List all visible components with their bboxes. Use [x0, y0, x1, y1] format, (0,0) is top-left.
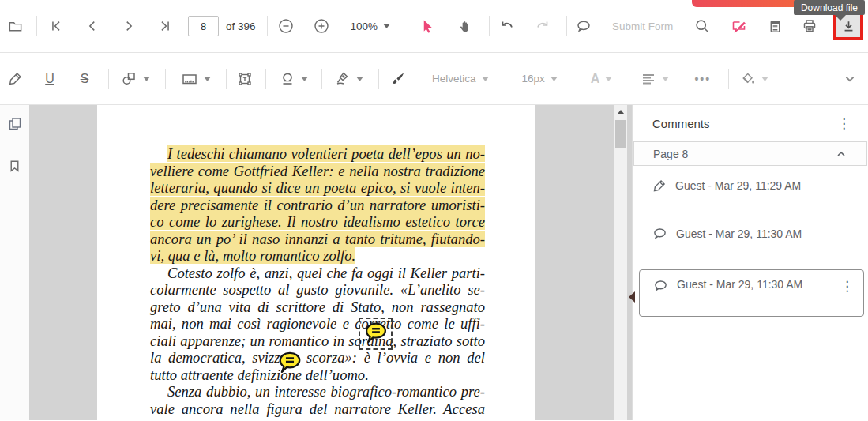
text-line: vale ancora nella figura del narratore K… [150, 400, 485, 418]
divider [226, 69, 227, 89]
collapse-panel-arrow-icon[interactable] [629, 291, 635, 303]
divider [265, 69, 266, 89]
page-text: I tedeschi chiamano volentieri poeta del… [97, 105, 535, 417]
fill-color-dropdown[interactable] [740, 71, 768, 87]
textbox-icon[interactable] [236, 70, 254, 88]
next-page-icon[interactable] [120, 17, 137, 35]
previous-page-icon[interactable] [84, 17, 101, 35]
zoom-out-icon[interactable] [277, 17, 295, 35]
document-scrollbar[interactable] [614, 105, 627, 420]
stamp-dropdown[interactable] [280, 71, 308, 87]
font-color-dropdown[interactable]: A [591, 72, 613, 86]
comments-title: Comments [652, 117, 710, 130]
align-icon [641, 72, 656, 86]
divider [419, 69, 419, 89]
divider [489, 16, 490, 36]
comment-bubble-icon [652, 226, 667, 241]
font-family-dropdown[interactable]: Helvetica [432, 73, 489, 85]
notes-icon[interactable] [766, 17, 783, 35]
text-line: I tedeschi chiamano volentieri poeta del… [150, 145, 485, 163]
zoom-in-icon[interactable] [313, 17, 330, 35]
comment-annotation[interactable] [276, 350, 304, 377]
page-section-label: Page 8 [653, 148, 688, 160]
fill-color-icon [740, 71, 756, 87]
more-options-icon[interactable]: ••• [694, 73, 711, 85]
download-icon [841, 19, 856, 34]
text-line: vi, qua e là, molto romantico zolfo. [150, 247, 485, 265]
search-icon[interactable] [693, 17, 711, 35]
page-total-label: of 396 [226, 21, 256, 32]
image-dropdown[interactable] [181, 71, 211, 87]
shapes-icon [121, 70, 137, 87]
note-bubble-icon [363, 321, 389, 347]
scroll-up-icon[interactable] [614, 105, 627, 118]
undo-icon[interactable] [498, 17, 516, 35]
divider [108, 69, 109, 89]
submit-form-button[interactable]: Submit Form [612, 21, 673, 32]
annotate-edit-icon[interactable] [730, 17, 747, 35]
highlighter-pen-icon[interactable] [6, 70, 24, 88]
comment-menu-icon[interactable]: ⋮ [837, 278, 857, 295]
download-tooltip: Download file [794, 0, 865, 15]
pdf-page[interactable]: I tedeschi chiamano volentieri poeta del… [97, 105, 535, 420]
page-section-header[interactable]: Page 8 [633, 141, 867, 166]
align-dropdown[interactable] [641, 72, 669, 86]
main-toolbar: of 396 100% Submit Form [0, 0, 868, 53]
collapse-toolbar-icon[interactable] [841, 70, 859, 88]
highlighter-icon [652, 179, 667, 193]
text-line: ciali apparenze; un romantico in sordina… [150, 333, 485, 350]
text-line: co come lo zurighese. Il nostro idealism… [150, 213, 485, 231]
print-icon[interactable] [801, 17, 818, 35]
font-size-dropdown[interactable]: 16px [522, 73, 558, 85]
text-line: Senza dubbio, un interesse biografico-ro… [150, 383, 485, 400]
comments-header: Comments ⋮ [633, 105, 868, 141]
shapes-dropdown[interactable] [121, 70, 150, 87]
text-line: letteraria, quando si dice un poeta epic… [150, 179, 485, 197]
redo-icon[interactable] [534, 17, 551, 35]
select-cursor-icon[interactable] [419, 17, 436, 35]
image-icon [181, 71, 198, 87]
comments-panel: Comments ⋮ Page 8 Guest - Mar 29, 11:29 … [632, 105, 868, 420]
text-line: la democratica, svizzera scorza»: è l’ov… [150, 349, 485, 366]
comment-bubble-icon [653, 278, 668, 293]
page-thumbnails-icon[interactable] [6, 115, 24, 133]
font-size-value: 16px [522, 73, 545, 85]
document-area: I tedeschi chiamano volentieri poeta del… [29, 105, 632, 420]
text-line: mai, non mai così ragionevole e corretto… [150, 315, 485, 333]
text-line: colarmente sospetto al gusto giovanile. … [150, 281, 485, 299]
signature-icon [334, 70, 351, 87]
first-page-icon[interactable] [47, 17, 65, 35]
divider [603, 16, 603, 36]
comment-item[interactable]: Guest - Mar 29, 11:29 AM [652, 179, 801, 193]
font-color-icon: A [591, 72, 600, 86]
strikethrough-icon[interactable]: S [76, 70, 93, 88]
signature-dropdown[interactable] [334, 70, 363, 87]
last-page-icon[interactable] [156, 17, 174, 35]
folder-icon[interactable] [6, 17, 24, 35]
zoom-level-dropdown[interactable]: 100% [351, 21, 391, 32]
text-line: greto d’una vita di scrittore di Stato, … [150, 299, 485, 316]
divider [165, 69, 166, 89]
download-tooltip-text: Download file [801, 2, 858, 13]
text-line: velliere come Gottfried Keller: e nella … [150, 163, 485, 180]
underline-icon[interactable]: U [41, 70, 58, 88]
page-number-input[interactable] [188, 16, 219, 36]
overlay-button-edge [692, 0, 805, 7]
divider [36, 16, 37, 36]
text-line: Cotesto zolfo è, anzi, quel che fa oggi … [150, 265, 485, 282]
chevron-up-icon [835, 148, 847, 160]
bookmarks-icon[interactable] [6, 157, 24, 175]
comment-tool-icon[interactable] [575, 17, 592, 35]
comments-menu-icon[interactable]: ⋮ [834, 115, 854, 132]
stamp-icon [280, 71, 295, 87]
divider [566, 16, 567, 36]
comment-item-label: Guest - Mar 29, 11:29 AM [675, 179, 801, 192]
divider [321, 69, 322, 89]
brush-icon[interactable] [389, 70, 407, 88]
comment-item[interactable]: Guest - Mar 29, 11:30 AM [652, 226, 802, 241]
scrollbar-thumb[interactable] [615, 120, 626, 148]
comment-annotation-selected[interactable] [359, 318, 393, 350]
comment-item-selected[interactable]: Guest - Mar 29, 11:30 AM ⋮ [639, 269, 864, 317]
note-bubble-icon [276, 350, 304, 377]
hand-pan-icon[interactable] [456, 17, 473, 35]
